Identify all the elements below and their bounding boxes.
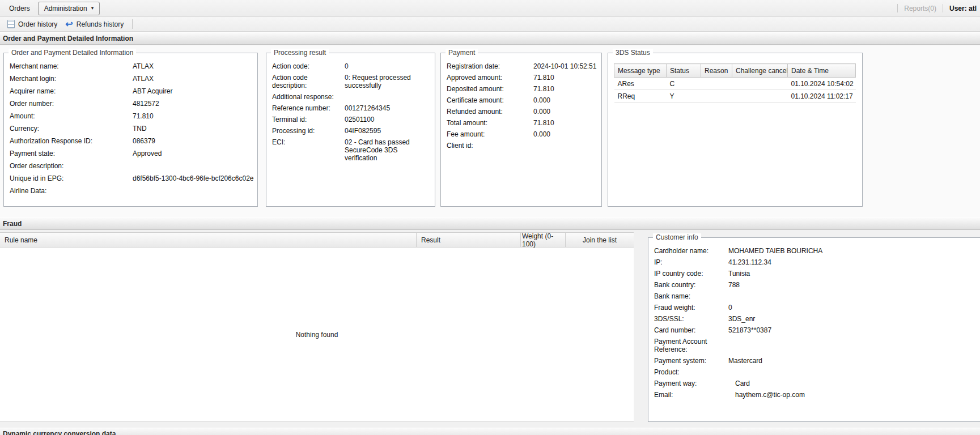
field-value: 71.810 xyxy=(533,85,596,93)
col-result[interactable]: Result xyxy=(417,233,521,247)
field-label: Refunded amount: xyxy=(447,108,533,116)
field-value: ATLAX xyxy=(133,75,252,83)
cell-date-time: 01.10.2024 11:02:17 xyxy=(788,90,856,103)
main-section-title: Order and Payment Detailed Information xyxy=(3,35,133,42)
three-ds-table: Message type Status Reason Challenge can… xyxy=(614,63,856,103)
user-label: User: atl xyxy=(949,5,977,12)
order-info-panel: Order and Payment Detailed Information M… xyxy=(3,53,258,207)
three-ds-row-ares[interactable]: ARes C 01.10.2024 10:54:02 xyxy=(614,78,856,90)
refunds-history-button[interactable]: ↩ Refunds history xyxy=(61,19,128,30)
field-value: 3DS_enr xyxy=(728,315,980,323)
customer-info-legend: Customer info xyxy=(653,233,701,241)
field-row-approved-amount: Approved amount:71.810 xyxy=(447,74,596,82)
field-label: IP country code: xyxy=(654,270,728,278)
field-label: Payment way: xyxy=(654,379,728,387)
three-ds-legend: 3DS Status xyxy=(613,49,653,57)
fraud-band: Rule name Result Weight (0-100) Join the… xyxy=(0,231,980,428)
cell-date-time: 01.10.2024 10:54:02 xyxy=(788,78,856,90)
field-value: Tunisia xyxy=(728,270,980,278)
field-row-ip-country-code: IP country code:Tunisia xyxy=(654,270,980,278)
field-row-order-number: Order number:4812572 xyxy=(10,100,252,108)
field-row-merchant-name: Merchant name:ATLAX xyxy=(10,62,252,71)
field-row-currency: Currency:TND xyxy=(10,125,252,133)
field-row-deposited-amount: Deposited amount:71.810 xyxy=(447,85,596,93)
field-row-client-id: Client id: xyxy=(447,142,596,150)
menu-orders[interactable]: Orders xyxy=(3,2,36,15)
field-label: Email: xyxy=(654,391,728,399)
field-label: Certificate amount: xyxy=(447,96,533,104)
field-row-merchant-login: Merchant login:ATLAX xyxy=(10,75,252,83)
field-label: Terminal id: xyxy=(272,116,345,123)
field-label: Processing id: xyxy=(272,127,345,135)
field-row-fee-amount: Fee amount:0.000 xyxy=(447,130,596,138)
col-join-the-list[interactable]: Join the list xyxy=(566,233,634,247)
field-label: Order number: xyxy=(10,100,133,108)
field-value: 71.810 xyxy=(533,74,596,82)
field-label: Unique id in EPG: xyxy=(10,174,133,183)
field-row-unique-id-epg: Unique id in EPG:d6f56bf5-1300-4bc6-96fe… xyxy=(10,174,252,183)
field-row-payment-way: Payment way:Card xyxy=(654,379,980,387)
field-value: 788 xyxy=(728,281,980,289)
field-value: 02 - Card has passed SecureCode 3DS veri… xyxy=(345,138,429,162)
field-row-amount: Amount:71.810 xyxy=(10,112,252,121)
order-history-label: Order history xyxy=(18,20,57,28)
field-value: 71.810 xyxy=(133,112,252,121)
field-label: Bank country: xyxy=(654,281,728,289)
field-value: 001271264345 xyxy=(345,104,429,112)
detail-panels-band: Order and Payment Detailed Information M… xyxy=(0,45,980,218)
field-label: Acquirer name: xyxy=(10,87,133,96)
field-label: Fee amount: xyxy=(447,130,533,138)
field-label: Payment Account Reference: xyxy=(654,338,728,353)
refund-arrow-icon: ↩ xyxy=(65,20,73,28)
field-label: ECI: xyxy=(272,138,345,146)
chevron-down-icon: ▾ xyxy=(91,6,94,11)
processing-result-legend: Processing result xyxy=(271,49,329,57)
field-value: 0.000 xyxy=(533,96,596,104)
cell-challenge-cancel xyxy=(732,78,788,90)
field-label: Approved amount: xyxy=(447,74,533,82)
field-label: Fraud weight: xyxy=(654,304,728,312)
field-value: 0 xyxy=(345,62,429,70)
three-ds-status-panel: 3DS Status Message type Status Reason Ch… xyxy=(608,53,863,207)
field-row-bank-name: Bank name: xyxy=(654,292,980,300)
col-weight[interactable]: Weight (0-100) xyxy=(521,233,566,247)
field-value: 2024-10-01 10:52:51 xyxy=(533,62,596,70)
field-row-airline-data: Airline Data: xyxy=(10,187,252,195)
field-row-bank-country: Bank country:788 xyxy=(654,281,980,289)
field-row-eci: ECI:02 - Card has passed SecureCode 3DS … xyxy=(272,138,429,162)
col-reason: Reason xyxy=(701,64,732,78)
field-label: Action code: xyxy=(272,62,345,70)
empty-message: Nothing found xyxy=(296,331,338,339)
col-rule-name[interactable]: Rule name xyxy=(0,233,417,247)
col-message-type: Message type xyxy=(614,64,667,78)
cell-status: C xyxy=(667,78,701,90)
field-value: 521873**0387 xyxy=(728,326,980,334)
field-value: Card xyxy=(728,379,980,387)
menu-reports: Reports(0) xyxy=(904,5,936,12)
field-row-payment-account-reference: Payment Account Reference: xyxy=(654,338,980,353)
field-label: Order description: xyxy=(10,162,133,170)
field-label: Product: xyxy=(654,368,728,376)
field-value: Mastercard xyxy=(728,357,980,365)
field-row-terminal-id: Terminal id:02501100 xyxy=(272,116,429,123)
field-value: 4812572 xyxy=(133,100,252,108)
cell-reason xyxy=(701,90,732,103)
field-value: 0 xyxy=(728,304,980,312)
field-value: 086379 xyxy=(133,137,252,146)
cell-challenge-cancel xyxy=(732,90,788,103)
menubar-divider xyxy=(943,4,943,12)
field-label: Card number: xyxy=(654,326,728,334)
history-toolbar: Order history ↩ Refunds history xyxy=(0,17,980,32)
fraud-rules-grid: Rule name Result Weight (0-100) Join the… xyxy=(0,232,634,422)
col-challenge-cancel: Challenge cancel xyxy=(732,64,788,78)
three-ds-row-rreq[interactable]: RReq Y 01.10.2024 11:02:17 xyxy=(614,90,856,103)
order-history-button[interactable]: Order history xyxy=(3,18,61,30)
field-label: IP: xyxy=(654,258,728,266)
field-value: haythem.c@tic-op.com xyxy=(728,391,980,399)
menu-administration[interactable]: Administration ▾ xyxy=(38,2,100,15)
processing-result-panel: Processing result Action code:0 Action c… xyxy=(266,53,435,207)
refunds-history-label: Refunds history xyxy=(77,20,124,28)
field-value: ABT Acquirer xyxy=(133,87,252,96)
field-value: 04IF082595 xyxy=(345,127,429,135)
payment-legend: Payment xyxy=(446,49,478,57)
